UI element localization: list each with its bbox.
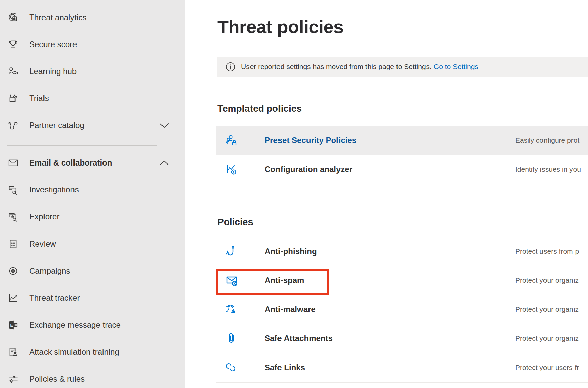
sidebar-item-partner-catalog[interactable]: Partner catalog [0, 112, 185, 139]
row-name[interactable]: Configuration analyzer [265, 165, 352, 174]
svg-text:E: E [10, 323, 13, 328]
secure-score-icon [7, 38, 19, 51]
threat-analytics-icon [7, 11, 19, 24]
review-icon [7, 238, 19, 250]
row-description: Easily configure prot [515, 136, 579, 144]
section-heading-policies: Policies [217, 217, 253, 228]
anti-phishing-icon [225, 245, 238, 258]
sidebar-item-trials[interactable]: Trials [0, 85, 185, 112]
threat-tracker-icon [7, 292, 19, 304]
anti-malware-icon [225, 303, 238, 316]
sidebar-item-label: Partner catalog [29, 121, 84, 130]
banner-message: User reported settings has moved from th… [241, 63, 478, 71]
sidebar-item-label: Trials [29, 94, 49, 103]
row-name[interactable]: Anti-phishing [265, 247, 317, 256]
row-name[interactable]: Safe Attachments [265, 334, 333, 343]
sidebar-item-review[interactable]: Review [0, 231, 185, 258]
sidebar-item-label: Explorer [29, 212, 59, 221]
info-icon [226, 62, 235, 72]
sidebar-item-investigations[interactable]: Investigations [0, 176, 185, 203]
sidebar-item-label: Learning hub [29, 67, 77, 76]
sidebar: Threat analytics Secure score Learning h… [0, 0, 185, 388]
page-title: Threat policies [217, 16, 344, 37]
preset-security-icon [225, 133, 238, 147]
row-name[interactable]: Anti-spam [265, 276, 304, 285]
chevron-down-icon[interactable] [159, 123, 169, 128]
info-banner: User reported settings has moved from th… [217, 57, 588, 77]
sidebar-item-label: Attack simulation training [29, 347, 119, 357]
sidebar-item-label: Policies & rules [29, 374, 85, 384]
safe-attachments-icon [225, 332, 238, 345]
safe-links-icon [225, 361, 238, 375]
banner-message-text: User reported settings has moved from th… [241, 63, 432, 70]
row-anti-spam[interactable]: Anti-spam Protect your organiz [216, 266, 588, 295]
learning-hub-icon [7, 65, 19, 78]
row-description: Protect users from p [515, 247, 579, 256]
sidebar-item-policies-rules[interactable]: Policies & rules [0, 365, 185, 388]
policies-rules-icon [7, 373, 19, 385]
exchange-icon: E [7, 319, 19, 331]
email-icon [7, 157, 19, 169]
trials-icon [7, 92, 19, 105]
main-content: Threat policies User reported settings h… [185, 0, 588, 388]
row-description: Protect your organiz [515, 334, 579, 342]
sidebar-item-label: Review [29, 239, 56, 249]
sidebar-item-exchange-message-trace[interactable]: E Exchange message trace [0, 311, 185, 338]
row-name[interactable]: Preset Security Policies [265, 136, 356, 145]
row-description: Protect your organiz [515, 276, 579, 285]
row-safe-attachments[interactable]: Safe Attachments Protect your organiz [216, 324, 588, 353]
sidebar-item-campaigns[interactable]: Campaigns [0, 258, 185, 285]
sidebar-divider [7, 145, 157, 146]
sidebar-item-secure-score[interactable]: Secure score [0, 31, 185, 58]
configuration-analyzer-icon [225, 162, 238, 176]
attack-simulation-icon [7, 346, 19, 358]
row-preset-security-policies[interactable]: Preset Security Policies Easily configur… [216, 126, 588, 155]
sidebar-item-label: Campaigns [29, 266, 70, 276]
partner-catalog-icon [7, 119, 19, 131]
row-description: Protect your organiz [515, 305, 579, 314]
row-anti-phishing[interactable]: Anti-phishing Protect users from p [216, 237, 588, 266]
explorer-icon [7, 211, 19, 223]
sidebar-item-label: Threat tracker [29, 293, 80, 303]
sidebar-item-label: Secure score [29, 40, 77, 49]
sidebar-item-explorer[interactable]: Explorer [0, 203, 185, 230]
sidebar-item-threat-analytics[interactable]: Threat analytics [0, 4, 185, 31]
sidebar-item-label: Investigations [29, 185, 79, 195]
sidebar-group-label: Email & collaboration [29, 158, 112, 168]
campaigns-icon [7, 265, 19, 277]
row-name[interactable]: Safe Links [265, 363, 305, 372]
row-anti-malware[interactable]: Anti-malware Protect your organiz [216, 295, 588, 324]
anti-spam-icon [225, 274, 238, 287]
row-description: Identify issues in you [515, 165, 581, 173]
go-to-settings-link[interactable]: Go to Settings [434, 63, 478, 70]
chevron-up-icon[interactable] [159, 160, 169, 166]
sidebar-item-label: Threat analytics [29, 13, 86, 22]
sidebar-item-attack-simulation-training[interactable]: Attack simulation training [0, 338, 185, 365]
row-name[interactable]: Anti-malware [265, 305, 316, 314]
row-description: Protect your users fr [515, 364, 579, 372]
row-safe-links[interactable]: Safe Links Protect your users fr [216, 353, 588, 383]
investigations-icon [7, 184, 19, 196]
sidebar-item-label: Exchange message trace [29, 320, 121, 330]
sidebar-group-email-collaboration[interactable]: Email & collaboration [0, 149, 185, 176]
section-heading-templated-policies: Templated policies [217, 103, 302, 114]
sidebar-item-learning-hub[interactable]: Learning hub [0, 58, 185, 85]
row-configuration-analyzer[interactable]: Configuration analyzer Identify issues i… [216, 155, 588, 184]
sidebar-item-threat-tracker[interactable]: Threat tracker [0, 285, 185, 311]
